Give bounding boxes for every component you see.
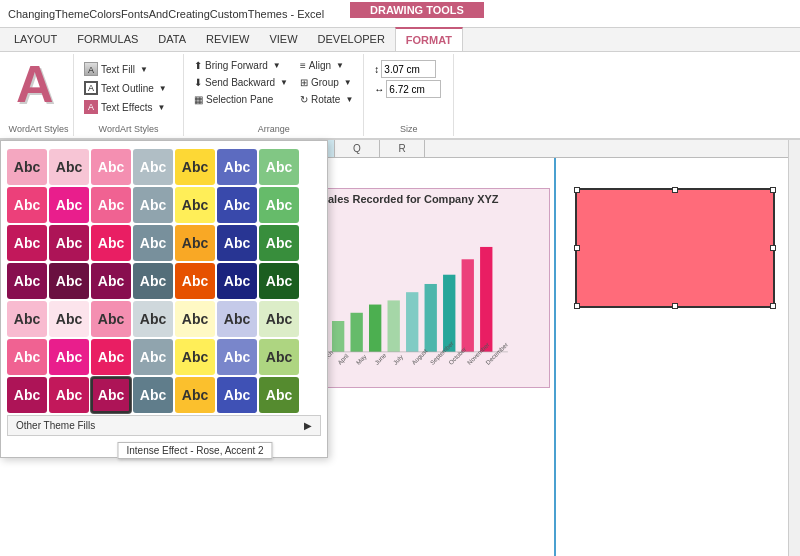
abc-cell[interactable]: Abc <box>175 263 215 299</box>
wordart-group-label: WordArt Styles <box>74 124 183 134</box>
handle-tl[interactable] <box>574 187 580 193</box>
text-effects-arrow[interactable]: ▼ <box>158 103 166 112</box>
handle-tc[interactable] <box>672 187 678 193</box>
abc-cell[interactable]: Abc <box>49 187 89 223</box>
abc-cell[interactable]: Abc <box>217 339 257 375</box>
tab-developer[interactable]: DEVELOPER <box>308 27 395 51</box>
abc-cell[interactable]: Abc <box>133 225 173 261</box>
arrange-group: ⬆ Bring Forward ▼ ⬇ Send Backward ▼ ▦ Se… <box>184 54 364 136</box>
abc-cell[interactable]: Abc <box>259 187 299 223</box>
abc-cell[interactable]: Abc <box>217 225 257 261</box>
abc-cell[interactable]: Abc <box>49 149 89 185</box>
other-theme-fills-label: Other Theme Fills <box>16 420 95 431</box>
height-input[interactable] <box>381 60 436 78</box>
abc-cell[interactable]: Abc <box>91 301 131 337</box>
abc-cell[interactable]: Abc <box>175 339 215 375</box>
abc-cell[interactable]: Abc <box>49 301 89 337</box>
text-fill-arrow[interactable]: ▼ <box>140 65 148 74</box>
abc-cell[interactable]: Abc <box>133 339 173 375</box>
svg-rect-9 <box>425 284 437 352</box>
ribbon-toolbar: A WordArt Styles A Text Fill ▼ A Text Ou… <box>0 52 800 140</box>
other-theme-fills-row[interactable]: Other Theme Fills ▶ <box>7 415 321 436</box>
abc-cell[interactable]: Abc <box>133 377 173 413</box>
handle-mr[interactable] <box>770 245 776 251</box>
abc-cell[interactable]: Abc <box>259 339 299 375</box>
title-text: ChangingThemeColorsFontsAndCreatingCusto… <box>8 8 324 20</box>
handle-tr[interactable] <box>770 187 776 193</box>
size-label: Size <box>364 124 453 134</box>
abc-cell[interactable]: Abc <box>49 339 89 375</box>
blue-line <box>554 158 556 556</box>
svg-rect-12 <box>480 247 492 352</box>
abc-cell[interactable]: Abc <box>7 377 47 413</box>
abc-cell[interactable]: Abc <box>133 301 173 337</box>
text-fill-btn[interactable]: A Text Fill ▼ <box>80 60 171 78</box>
abc-cell[interactable]: Abc <box>175 225 215 261</box>
tab-formulas[interactable]: FORMULAS <box>67 27 148 51</box>
abc-cell[interactable]: Abc <box>91 225 131 261</box>
abc-cell[interactable]: Abc <box>7 187 47 223</box>
abc-cell[interactable]: Abc <box>7 263 47 299</box>
abc-cell[interactable]: Abc <box>259 377 299 413</box>
send-backward-btn[interactable]: ⬇ Send Backward ▼ <box>190 75 292 90</box>
abc-cell[interactable]: Abc <box>175 187 215 223</box>
text-outline-btn[interactable]: A Text Outline ▼ <box>80 79 171 97</box>
tab-view[interactable]: VIEW <box>259 27 307 51</box>
abc-cell[interactable]: Abc <box>217 377 257 413</box>
tab-format[interactable]: FORMAT <box>395 27 463 51</box>
abc-cell[interactable]: Abc <box>175 149 215 185</box>
abc-cell[interactable]: Abc <box>217 149 257 185</box>
tab-layout[interactable]: LAYOUT <box>4 27 67 51</box>
wordart-area: A WordArt Styles <box>4 54 74 136</box>
width-input[interactable] <box>386 80 441 98</box>
abc-cell[interactable]: Abc <box>133 187 173 223</box>
abc-cell[interactable]: Abc <box>259 263 299 299</box>
tab-data[interactable]: DATA <box>148 27 196 51</box>
abc-cell[interactable]: Abc <box>49 263 89 299</box>
abc-cell[interactable]: Abc <box>133 149 173 185</box>
selection-pane-btn[interactable]: ▦ Selection Pane <box>190 92 292 107</box>
abc-cell[interactable]: Abc <box>217 301 257 337</box>
tab-review[interactable]: REVIEW <box>196 27 259 51</box>
rotate-btn[interactable]: ↻ Rotate ▼ <box>296 92 357 107</box>
handle-ml[interactable] <box>574 245 580 251</box>
handle-bl[interactable] <box>574 303 580 309</box>
bring-forward-btn[interactable]: ⬆ Bring Forward ▼ <box>190 58 292 73</box>
text-effects-btn[interactable]: A Text Effects ▼ <box>80 98 171 116</box>
text-outline-arrow[interactable]: ▼ <box>159 84 167 93</box>
abc-cell[interactable]: Abc <box>91 187 131 223</box>
height-icon: ↕ <box>374 64 379 75</box>
abc-cell[interactable]: Abc <box>133 263 173 299</box>
abc-cell[interactable]: Abc <box>7 301 47 337</box>
abc-cell[interactable]: Abc <box>259 225 299 261</box>
abc-cell[interactable]: Abc <box>217 187 257 223</box>
abc-cell[interactable]: Abc <box>175 377 215 413</box>
col-header-q: Q <box>335 140 380 157</box>
dropdown-panel: AbcAbcAbcAbcAbcAbcAbcAbcAbcAbcAbcAbcAbcA… <box>0 140 328 458</box>
abc-cell[interactable]: Abc <box>259 301 299 337</box>
pink-rectangle[interactable] <box>575 188 775 308</box>
width-icon: ↔ <box>374 84 384 95</box>
abc-cell[interactable]: Abc <box>175 301 215 337</box>
abc-cell[interactable]: Abc <box>91 263 131 299</box>
abc-cell[interactable]: Abc <box>217 263 257 299</box>
handle-br[interactable] <box>770 303 776 309</box>
scrollbar-vertical[interactable] <box>788 140 800 556</box>
abc-cell[interactable]: Abc <box>91 377 131 413</box>
abc-cell[interactable]: Abc <box>7 339 47 375</box>
align-btn[interactable]: ≡ Align ▼ <box>296 58 357 73</box>
abc-cell[interactable]: Abc <box>91 149 131 185</box>
svg-rect-11 <box>462 259 474 352</box>
main-area: J K L M N O P Q R $8 000.00 $9 000.00 $1… <box>0 140 800 556</box>
handle-bc[interactable] <box>672 303 678 309</box>
ribbon-tabs: LAYOUT FORMULAS DATA REVIEW VIEW DEVELOP… <box>0 28 800 52</box>
group-btn[interactable]: ⊞ Group ▼ <box>296 75 357 90</box>
abc-cell[interactable]: Abc <box>259 149 299 185</box>
drawing-tools-label: DRAWING TOOLS <box>350 2 484 18</box>
abc-cell[interactable]: Abc <box>7 225 47 261</box>
abc-cell[interactable]: Abc <box>91 339 131 375</box>
other-theme-fills-arrow[interactable]: ▶ <box>304 420 312 431</box>
abc-cell[interactable]: Abc <box>49 225 89 261</box>
abc-cell[interactable]: Abc <box>7 149 47 185</box>
abc-cell[interactable]: Abc <box>49 377 89 413</box>
